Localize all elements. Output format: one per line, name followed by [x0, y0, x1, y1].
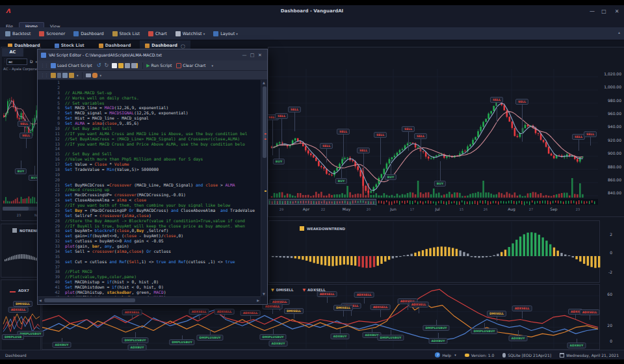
status-item-calendar[interactable]: Wednesday, April 21, 2021	[560, 353, 619, 358]
code-line[interactable]: 36set Cut = cutloss and Ref(Sell,1) <> t…	[38, 259, 261, 265]
copy-icon[interactable]	[62, 73, 68, 78]
code-line[interactable]: 2	[38, 85, 261, 90]
main-candlestick-chart[interactable]	[268, 69, 598, 199]
paste-icon[interactable]	[51, 73, 56, 78]
status-item-database[interactable]: SQLite [EOD 21Apr21]	[502, 353, 551, 358]
code-line[interactable]: 29//If BuyAll is true, buyAmt will keep …	[38, 224, 261, 229]
code-line[interactable]: 37	[38, 265, 261, 270]
code-line[interactable]: 10// Set Buy and Sell	[38, 126, 261, 131]
paste-special-icon[interactable]	[69, 73, 74, 78]
open-folder-icon[interactable]	[118, 63, 124, 68]
code-line[interactable]: 15// Set Buy and Sell	[38, 151, 261, 157]
layout-button[interactable]: Layout▾	[213, 31, 238, 36]
code-line[interactable]: 11//If you want ALMA Cross and MACD Line…	[38, 131, 261, 136]
code-line[interactable]: 7Set MACD_signal = MACDSIGNAL(12,26,9, e…	[38, 110, 261, 116]
code-line[interactable]: 3// ALMA-MACD Set-up	[38, 90, 261, 96]
x-axis-label: May	[343, 207, 350, 211]
chevron-down-icon[interactable]: ▾	[100, 73, 102, 77]
code-line[interactable]: 23set MacDCrossingUP= crossover(MACDCros…	[38, 192, 261, 198]
code-line[interactable]: 31set gain=if(buyAmt<>0, (close - buyAmt…	[38, 233, 261, 239]
scroll-right-icon[interactable]: ▶	[257, 298, 259, 302]
cut-icon[interactable]	[57, 73, 61, 78]
print-icon[interactable]	[86, 73, 91, 77]
backtest-button[interactable]: Backtest	[5, 31, 31, 36]
status-item-help[interactable]: ?Help▾	[435, 352, 456, 358]
maximize-button[interactable]: □	[599, 8, 608, 16]
code-line[interactable]: 27Set Sellref = crossover(alma,close)	[38, 213, 261, 218]
scroll-left-icon[interactable]: ◀	[39, 298, 42, 302]
run-script-button[interactable]: ▶Run Script	[146, 63, 172, 68]
tab-icon	[55, 44, 59, 48]
status-item-key[interactable]: Version: 1.0	[465, 353, 495, 358]
code-line[interactable]: 24set CloseAboveAlma = alma < close	[38, 198, 261, 203]
clear-chart-button[interactable]: Clear Chart	[176, 63, 205, 68]
code-line[interactable]: 8Set Hist = MACD_line - MACD_signal	[38, 116, 261, 121]
tab-close-icon[interactable]: ◯	[181, 44, 185, 48]
period-dropdown[interactable]: D ▾	[30, 59, 37, 64]
code-line[interactable]: 34Set Sell = crossover(alma,close) Or cu…	[38, 249, 261, 254]
symbol-panel-tab[interactable]: AC	[2, 48, 23, 57]
save-icon[interactable]	[125, 63, 130, 68]
mini-candlestick-chart[interactable]	[2, 73, 41, 203]
code-line[interactable]: 35	[38, 254, 261, 259]
script-editor-window[interactable]: VAI Script Editor - C:\VanguardAI\Script…	[37, 49, 268, 305]
screener-button[interactable]: Screener	[39, 31, 65, 36]
find-icon[interactable]	[92, 73, 98, 78]
minimize-button[interactable]: —	[588, 8, 597, 16]
code-line[interactable]: 41Set MACDhistdown = if(hist < 0, hist, …	[38, 285, 261, 290]
code-line[interactable]: 32set cutloss = buyAmt<>0 And gain < -0.…	[38, 239, 261, 244]
code-editor[interactable]: 123// ALMA-MACD Set-up4// Works well on …	[38, 80, 261, 296]
code-line[interactable]: 26Set Buy = (MacDCrossingUP Or BuyMACDCr…	[38, 208, 261, 213]
code-line[interactable]: 17Set Value = Close * Volume	[38, 162, 261, 167]
code-line[interactable]: 19	[38, 172, 261, 177]
watchlist-button[interactable]: Watchlist▾	[176, 31, 205, 36]
code-line[interactable]: 39//Plot(value,type,color,pane)	[38, 274, 261, 280]
code-line[interactable]: 38//Plot MACD	[38, 269, 261, 274]
code-line[interactable]: 28//Store the Buy Amount -> Blockref(val…	[38, 218, 261, 224]
notrend-histogram[interactable]	[2, 235, 41, 276]
dashboard-button[interactable]: Dashboard	[73, 31, 103, 36]
code-line[interactable]: 6Set MACD_line = MACD(12,26,9, exponenti…	[38, 105, 261, 110]
load-chart-script-button[interactable]: Load Chart Script	[51, 63, 92, 68]
code-line[interactable]: 4// Works well on daily charts.	[38, 96, 261, 101]
code-line[interactable]: 33plot(gain, bar, any, gain)	[38, 244, 261, 249]
scroll-up-icon[interactable]: ▲	[263, 81, 265, 84]
editor-close-button[interactable]: ✕	[256, 53, 264, 58]
code-line[interactable]: 40Set MACDhistup = if(hist > 0, hist ,0)	[38, 280, 261, 285]
code-line[interactable]: 16//Value with more than Php5 Million an…	[38, 157, 261, 162]
code-line[interactable]: 14	[38, 146, 261, 151]
chevron-down-icon[interactable]: ▾	[77, 73, 79, 77]
code-line[interactable]: 42plot(MACDhistup, stackedbar, green, MA…	[38, 290, 261, 295]
code-line[interactable]: 5// Set variables	[38, 101, 261, 106]
stock-list-button[interactable]: Stock List	[112, 31, 140, 36]
new-file-icon[interactable]	[112, 63, 117, 68]
scroll-down-icon[interactable]: ▼	[263, 292, 265, 296]
macd-histogram[interactable]	[269, 222, 599, 281]
chart-button[interactable]: Chart	[148, 31, 167, 36]
editor-minimize-button[interactable]: —	[240, 53, 248, 58]
ribbon-collapse-icon[interactable]: ▴	[618, 30, 620, 34]
editor-title-bar[interactable]: VAI Script Editor - C:\VanguardAI\Script…	[38, 49, 267, 60]
undo-icon[interactable]: ↺	[97, 62, 101, 68]
chevron-down-icon[interactable]: ▾	[211, 64, 213, 68]
code-line[interactable]: 30set buyAmt= blockref(close,0,Buy ,Sell…	[38, 228, 261, 233]
mini-chart-scrollbar[interactable]	[3, 207, 40, 211]
code-line[interactable]: 20	[38, 177, 261, 183]
macd-axis-label: 0	[610, 250, 612, 255]
code-line[interactable]: 1	[38, 80, 261, 85]
code-line[interactable]: 9Set ALMA = alma(close,9,.85,6)	[38, 121, 261, 126]
main-chart-scroll-thumb[interactable]	[268, 199, 376, 205]
close-button[interactable]: ✕	[612, 8, 621, 16]
redo-icon[interactable]: ↻	[104, 62, 109, 68]
code-line[interactable]: 13//If you want MACD Cross and Price Abo…	[38, 142, 261, 147]
symbol-input[interactable]	[6, 58, 27, 65]
editor-vertical-scrollbar[interactable]: ▲ ▼	[261, 80, 267, 296]
code-line[interactable]: 22//macd crossing up	[38, 187, 261, 192]
save-as-icon[interactable]	[131, 63, 138, 68]
code-line[interactable]: 25//If you want both of them, then combi…	[38, 203, 261, 208]
code-line[interactable]: 18Set TradeValue = Min(Value,5)> 5000000	[38, 167, 261, 172]
code-line[interactable]: 21Set BuyMACDCross =Crossover (MACD_Line…	[38, 183, 261, 188]
code-line[interactable]: 12//Set BuyAlmaCross = (MACD_Line> MACD_…	[38, 136, 261, 142]
editor-horizontal-scrollbar[interactable]: ◀ ▶	[38, 296, 261, 304]
editor-maximize-button[interactable]: □	[248, 53, 256, 58]
